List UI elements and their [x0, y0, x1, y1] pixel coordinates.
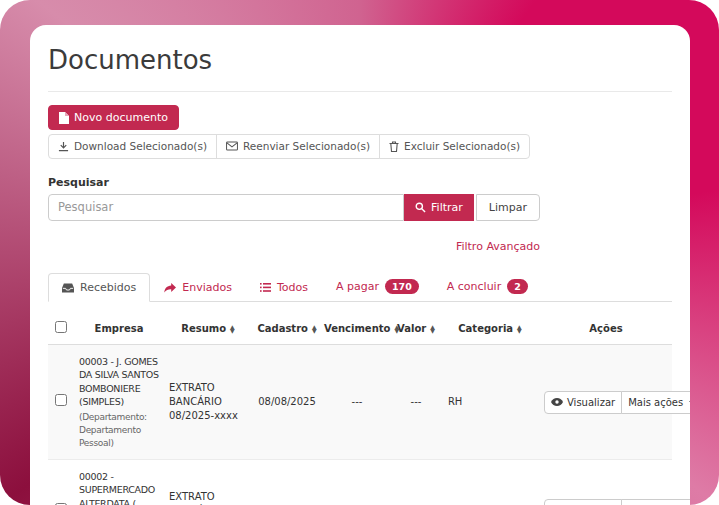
title-divider — [48, 91, 672, 92]
new-document-label: Novo documento — [74, 111, 168, 124]
search-section: Pesquisar Filtrar Limpar Filtro Avançado — [48, 176, 540, 254]
table-row: 00002 - SUPERMERCADO ALTERDATA ( LUCRO R… — [48, 460, 672, 505]
header-categoria[interactable]: Categoria — [440, 312, 540, 345]
tab-a-concluir-label: A concluir — [447, 280, 501, 293]
header-valor[interactable]: Valor — [392, 312, 440, 345]
new-document-button[interactable]: Novo documento — [48, 105, 179, 130]
select-all-checkbox[interactable] — [55, 321, 67, 333]
tab-a-pagar[interactable]: A pagar 170 — [322, 271, 433, 302]
tab-todos[interactable]: Todos — [246, 273, 322, 302]
header-acoes: Ações — [540, 312, 672, 345]
tab-enviados-label: Enviados — [182, 281, 232, 294]
bulk-actions-group: Download Selecionado(s) Reenviar Selecio… — [48, 134, 530, 159]
clear-button-label: Limpar — [489, 201, 527, 214]
row-actions: Visualizar Mais ações — [544, 391, 690, 414]
search-input[interactable] — [48, 194, 404, 221]
company-department: (Departamento: Departamento Pessoal) — [79, 411, 160, 449]
table-header-row: Empresa Resumo Cadastro Vencimento Valor… — [48, 312, 672, 345]
filter-button-label: Filtrar — [431, 201, 463, 214]
tab-todos-label: Todos — [277, 281, 308, 294]
company-name: 00002 - SUPERMERCADO ALTERDATA ( LUCRO R… — [79, 470, 160, 505]
sort-icon[interactable] — [312, 325, 317, 332]
header-resumo[interactable]: Resumo — [164, 312, 252, 345]
documents-table: Empresa Resumo Cadastro Vencimento Valor… — [48, 312, 672, 505]
page-title: Documentos — [48, 45, 672, 75]
search-icon — [415, 202, 426, 213]
view-button[interactable]: Visualizar — [544, 499, 622, 505]
valor-cell: --- — [392, 345, 440, 460]
categoria-cell: RH — [440, 345, 540, 460]
sort-icon[interactable] — [430, 325, 435, 332]
tab-recebidos[interactable]: Recebidos — [48, 273, 150, 302]
header-cadastro[interactable]: Cadastro — [252, 312, 322, 345]
list-icon — [260, 283, 271, 292]
view-button-label: Visualizar — [567, 397, 615, 408]
cadastro-cell: 30/07/2025 — [252, 460, 322, 505]
tab-enviados[interactable]: Enviados — [150, 273, 246, 302]
file-icon — [59, 112, 69, 124]
resend-selected-button[interactable]: Reenviar Selecionado(s) — [216, 134, 380, 159]
sort-icon[interactable] — [230, 325, 235, 332]
header-empresa: Empresa — [74, 312, 164, 345]
resumo-cell: EXTRATO BANCÁRIO 07/2025-xxxx — [164, 460, 252, 505]
advanced-filter-link[interactable]: Filtro Avançado — [456, 240, 540, 253]
clear-button[interactable]: Limpar — [476, 194, 540, 221]
search-label: Pesquisar — [48, 176, 540, 189]
download-selected-button[interactable]: Download Selecionado(s) — [48, 134, 217, 159]
row-actions: Visualizar Mais ações — [544, 499, 690, 505]
eye-icon — [551, 398, 563, 406]
delete-selected-button[interactable]: Excluir Selecionado(s) — [379, 134, 530, 159]
tab-a-concluir[interactable]: A concluir 2 — [433, 271, 542, 302]
row-checkbox[interactable] — [55, 394, 67, 406]
caret-down-icon — [689, 401, 690, 407]
a-concluir-badge: 2 — [507, 279, 528, 294]
filter-button[interactable]: Filtrar — [404, 194, 474, 221]
header-vencimento[interactable]: Vencimento — [322, 312, 392, 345]
resumo-cell: EXTRATO BANCÁRIO 08/2025-xxxx — [164, 345, 252, 460]
table-row: 00003 - J. GOMES DA SILVA SANTOS BOMBONI… — [48, 345, 672, 460]
tab-bar: Recebidos Enviados Todos A pagar 170 A c… — [48, 271, 672, 302]
tab-a-pagar-label: A pagar — [336, 280, 379, 293]
more-actions-label: Mais ações — [628, 397, 683, 408]
valor-cell: --- — [392, 460, 440, 505]
more-actions-button[interactable]: Mais ações — [621, 391, 690, 414]
download-icon — [58, 141, 69, 152]
company-name: 00003 - J. GOMES DA SILVA SANTOS BOMBONI… — [79, 355, 160, 408]
sort-icon[interactable] — [517, 325, 522, 332]
vencimento-cell: --- — [322, 460, 392, 505]
envelope-icon — [226, 141, 238, 151]
share-arrow-icon — [164, 283, 176, 293]
categoria-cell: Extrato Bancário — [440, 460, 540, 505]
inbox-icon — [62, 283, 74, 293]
more-actions-button[interactable]: Mais ações — [621, 499, 690, 505]
download-selected-label: Download Selecionado(s) — [74, 140, 207, 153]
cadastro-cell: 08/08/2025 — [252, 345, 322, 460]
resend-selected-label: Reenviar Selecionado(s) — [243, 140, 370, 153]
a-pagar-badge: 170 — [385, 279, 419, 294]
trash-icon — [389, 141, 399, 152]
search-input-group: Filtrar Limpar — [48, 194, 540, 221]
content-panel: Documentos Novo documento Download Selec… — [30, 25, 690, 505]
view-button[interactable]: Visualizar — [544, 391, 622, 414]
delete-selected-label: Excluir Selecionado(s) — [404, 140, 520, 153]
tab-recebidos-label: Recebidos — [80, 281, 136, 294]
vencimento-cell: --- — [322, 345, 392, 460]
